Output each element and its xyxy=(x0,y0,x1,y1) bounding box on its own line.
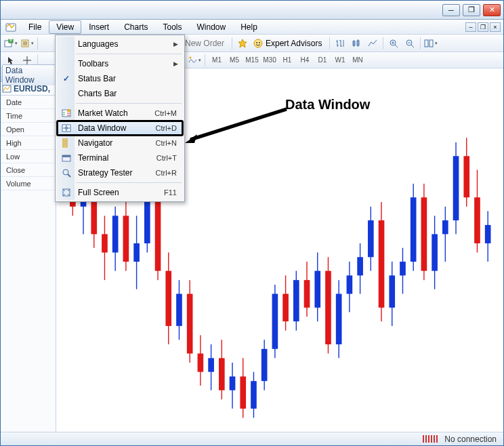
svg-rect-91 xyxy=(389,275,395,307)
svg-rect-57 xyxy=(208,358,214,371)
timeframe-h4[interactable]: H4 xyxy=(296,54,314,67)
expert-advisors-button[interactable]: Expert Advisors xyxy=(251,37,327,50)
svg-rect-65 xyxy=(251,381,257,409)
svg-rect-69 xyxy=(272,293,278,348)
arrange-windows-icon[interactable] xyxy=(423,37,438,50)
data-window-panel: Data Window EURUSD, DateTimeOpenHighLowC… xyxy=(1,68,56,432)
menu-toolbars[interactable]: Toolbars▶ xyxy=(57,56,183,71)
separator xyxy=(205,54,205,66)
svg-point-28 xyxy=(190,56,192,58)
restore-button[interactable]: ❐ xyxy=(463,4,480,16)
navigator-icon xyxy=(61,138,72,148)
svg-rect-23 xyxy=(425,40,428,47)
menu-view[interactable]: View xyxy=(49,20,81,34)
separator xyxy=(420,37,421,49)
timeframe-h1[interactable]: H1 xyxy=(278,54,296,67)
new-chart-button[interactable]: + xyxy=(3,37,18,50)
menu-window[interactable]: Window xyxy=(190,20,234,34)
svg-point-11 xyxy=(259,42,260,43)
svg-rect-37 xyxy=(102,234,108,252)
annotation-arrow xyxy=(185,106,293,146)
profiles-button[interactable] xyxy=(20,37,35,50)
svg-rect-85 xyxy=(357,257,363,275)
menu-status-bar[interactable]: Status Bar xyxy=(57,71,183,86)
svg-rect-105 xyxy=(463,156,469,197)
menu-terminal[interactable]: TerminalCtrl+T xyxy=(57,150,183,165)
svg-rect-41 xyxy=(123,216,129,262)
svg-rect-95 xyxy=(411,197,417,262)
periodicity-icon[interactable] xyxy=(187,54,202,67)
timeframe-mn[interactable]: MN xyxy=(349,54,366,67)
menubar: File View Insert Charts Tools Window Hel… xyxy=(1,20,503,35)
svg-rect-77 xyxy=(314,271,320,308)
menu-data-window[interactable]: Data WindowCtrl+D xyxy=(57,121,183,136)
svg-rect-118 xyxy=(62,155,70,157)
svg-rect-55 xyxy=(198,354,204,372)
menu-charts[interactable]: Charts xyxy=(117,20,155,34)
zoom-out-icon[interactable] xyxy=(402,37,417,50)
status-bar: No connection xyxy=(1,432,503,445)
view-dropdown: Languages▶ Toolbars▶ Status Bar Charts B… xyxy=(55,35,185,202)
bar-chart-icon[interactable] xyxy=(333,37,348,50)
zoom-in-icon[interactable] xyxy=(386,37,401,50)
svg-point-111 xyxy=(68,109,70,112)
market-watch-icon xyxy=(61,108,72,119)
menu-languages[interactable]: Languages▶ xyxy=(57,37,183,52)
svg-rect-43 xyxy=(133,243,140,262)
svg-point-9 xyxy=(254,39,262,47)
timeframe-m15[interactable]: M15 xyxy=(243,54,261,67)
svg-rect-81 xyxy=(336,293,342,344)
svg-line-17 xyxy=(395,45,398,47)
data-window-tab[interactable]: Data Window xyxy=(1,68,56,82)
menu-strategy-tester[interactable]: Strategy TesterCtrl+R xyxy=(57,165,183,180)
svg-rect-49 xyxy=(165,271,171,326)
data-row-close: Close xyxy=(1,163,56,177)
data-row-date: Date xyxy=(1,96,56,109)
separator xyxy=(329,37,330,49)
line-chart-icon[interactable] xyxy=(365,37,380,50)
menu-market-watch[interactable]: Market WatchCtrl+M xyxy=(57,106,183,121)
mdi-restore[interactable]: ❐ xyxy=(478,22,488,32)
menu-full-screen[interactable]: Full ScreenF11 xyxy=(57,185,183,200)
timeframe-m5[interactable]: M5 xyxy=(226,54,243,67)
svg-rect-99 xyxy=(432,234,438,270)
titlebar: ─ ❐ ✕ xyxy=(1,1,503,20)
globe-icon xyxy=(61,39,72,49)
timeframe-m30[interactable]: M30 xyxy=(261,54,278,67)
symbol-header: EURUSD, xyxy=(1,82,56,96)
svg-rect-75 xyxy=(304,280,310,308)
close-button[interactable]: ✕ xyxy=(483,4,501,16)
app-icon xyxy=(5,22,17,33)
menu-charts-bar[interactable]: Charts Bar xyxy=(57,86,183,101)
svg-point-119 xyxy=(63,169,68,175)
minimize-button[interactable]: ─ xyxy=(442,4,460,16)
annotation-label: Data Window xyxy=(285,97,370,113)
svg-line-21 xyxy=(411,45,414,47)
data-row-high: High xyxy=(1,136,56,150)
svg-rect-109 xyxy=(485,225,491,243)
separator xyxy=(232,37,232,49)
svg-rect-83 xyxy=(347,275,353,293)
timeframe-m1[interactable]: M1 xyxy=(208,54,226,67)
timeframe-w1[interactable]: W1 xyxy=(331,54,349,67)
menu-insert[interactable]: Insert xyxy=(81,20,117,34)
data-row-time: Time xyxy=(1,109,56,123)
svg-rect-79 xyxy=(325,271,331,344)
status-text: No connection xyxy=(444,434,497,444)
svg-rect-87 xyxy=(368,220,374,257)
check-icon xyxy=(61,73,72,84)
menu-file[interactable]: File xyxy=(21,20,49,34)
svg-rect-107 xyxy=(474,197,480,243)
menu-navigator[interactable]: NavigatorCtrl+N xyxy=(57,136,183,150)
menu-help[interactable]: Help xyxy=(233,20,265,34)
autotrading-button[interactable] xyxy=(235,37,250,50)
strategy-tester-icon xyxy=(61,167,72,178)
svg-rect-51 xyxy=(176,293,182,325)
svg-rect-67 xyxy=(261,349,268,381)
candle-chart-icon[interactable] xyxy=(349,37,364,50)
timeframe-d1[interactable]: D1 xyxy=(314,54,331,67)
menu-tools[interactable]: Tools xyxy=(156,20,190,34)
mdi-close[interactable]: × xyxy=(490,22,501,32)
mdi-minimize[interactable]: – xyxy=(465,22,476,32)
separator xyxy=(37,37,38,49)
